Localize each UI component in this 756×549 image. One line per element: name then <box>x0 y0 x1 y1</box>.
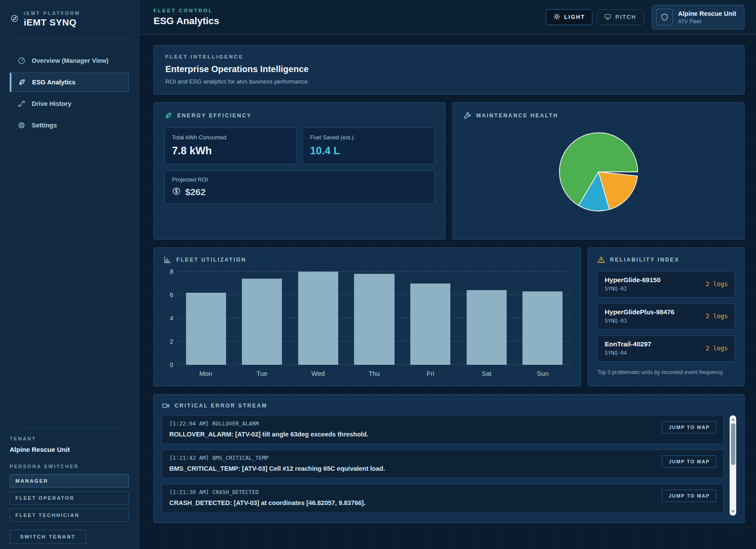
energy-stats: Total kWh Consumed7.8 kWhFuel Saved (est… <box>164 127 435 204</box>
stat-label: Projected ROI <box>172 176 427 183</box>
log-timestamp: [1:22:04 AM] ROLLOVER_ALARM <box>169 420 369 427</box>
critical-error-stream-header: CRITICAL ERROR STREAM <box>162 402 736 410</box>
x-axis-labels: MonTueWedThuFriSatSun <box>178 370 571 377</box>
maintenance-health-card: MAINTENANCE HEALTH <box>453 102 745 240</box>
fleet-utilization-card: FLEET UTILIZATION 02468 MonTueWedThuFriS… <box>153 247 581 386</box>
unit-log-count: 2 logs <box>705 280 728 287</box>
leaf-icon <box>164 112 172 120</box>
metrics-row: ENERGY EFFICIENCY Total kWh Consumed7.8 … <box>153 102 745 240</box>
x-tick-label: Mon <box>178 370 234 377</box>
jump-to-map-button[interactable]: JUMP TO MAP <box>662 455 716 468</box>
gridline <box>178 341 571 342</box>
light-button-label: LIGHT <box>564 14 585 20</box>
bar-tue <box>242 279 282 365</box>
scrollbar[interactable] <box>730 415 736 516</box>
bar-fri <box>410 284 450 365</box>
bar-mon <box>186 293 226 365</box>
page-eyebrow: FLEET CONTROL <box>153 8 219 13</box>
compass-leaf-logo-icon <box>11 15 18 24</box>
topbar: FLEET CONTROL ESG Analytics LIGHT PITCH <box>139 0 756 35</box>
sidebar-item-overview-manager-view[interactable]: Overview (Manager View) <box>10 51 129 70</box>
persona-manager[interactable]: MANAGER <box>10 474 129 487</box>
sidebar-item-drive-history[interactable]: Drive History <box>10 94 129 113</box>
gridline <box>178 364 571 365</box>
reliability-unit-eontrail-40297[interactable]: EonTrail-40297SYNQ-042 logs <box>597 335 735 362</box>
gridline <box>178 294 571 295</box>
jump-to-map-button[interactable]: JUMP TO MAP <box>662 421 716 433</box>
reliability-unit-hyperglideplus-98476[interactable]: HyperGlidePlus-98476SYNQ-032 logs <box>597 303 735 330</box>
app-root: IEMT PLATFORM iEMT SYNQ Overview (Manage… <box>0 0 756 549</box>
stat-value: 10.4 L <box>310 145 427 157</box>
unit-info: HyperGlidePlus-98476SYNQ-03 <box>605 308 674 324</box>
fleet-intelligence-eyebrow: FLEET INTELLIGENCE <box>165 54 733 59</box>
persona-switcher-label: PERSONA SWITCHER <box>10 464 129 469</box>
stat-label: Total kWh Consumed <box>172 134 289 141</box>
sidebar-bottom: TENANT Alpine Rescue Unit PERSONA SWITCH… <box>0 428 139 545</box>
pitch-mode-button[interactable]: PITCH <box>597 9 644 25</box>
presentation-icon <box>604 13 611 22</box>
sidebar-item-settings[interactable]: Settings <box>10 116 129 135</box>
stat-label: Fuel Saved (est.) <box>310 134 427 141</box>
stat-tile-fuel-saved-est: Fuel Saved (est.)10.4 L <box>303 127 435 164</box>
unit-info: EonTrail-40297SYNQ-04 <box>605 340 651 356</box>
log-timestamp: [1:21:30 AM] CRASH_DETECTED <box>169 489 365 495</box>
reliability-index-header: RELIABILITY INDEX <box>597 256 735 264</box>
fleet-intelligence-card: FLEET INTELLIGENCE Enterprise Operations… <box>153 45 745 95</box>
topbar-controls: LIGHT PITCH Alpine Rescue Unit ATV Fleet <box>546 5 745 29</box>
page-title: ESG Analytics <box>153 15 219 27</box>
log-timestamp: [1:21:42 AM] BMS_CRITICAL_TEMP <box>169 454 385 461</box>
scrollbar-up-arrow[interactable] <box>731 418 735 421</box>
x-tick-label: Thu <box>346 370 402 377</box>
sidebar-item-esg-analytics[interactable]: ESG Analytics <box>10 73 129 92</box>
y-tick-label: 2 <box>170 338 173 345</box>
bar-sat <box>467 290 507 365</box>
sidebar-item-label: ESG Analytics <box>32 79 76 86</box>
switch-tenant-button[interactable]: SWITCH TENANT <box>10 530 86 544</box>
persona-fleet-technician[interactable]: FLEET TECHNICIAN <box>10 509 129 522</box>
stat-tile-projected-roi: Projected ROI$262 <box>164 171 435 204</box>
reliability-index-title: RELIABILITY INDEX <box>610 257 679 263</box>
scrollbar-thumb[interactable] <box>731 423 735 465</box>
main-area: FLEET CONTROL ESG Analytics LIGHT PITCH <box>139 0 756 549</box>
bar-slot-sun <box>514 272 571 365</box>
persona-fleet-operator[interactable]: FLEET OPERATOR <box>10 491 129 505</box>
gear-icon <box>18 121 26 129</box>
app-name: iEMT SYNQ <box>24 17 80 28</box>
reliability-unit-hyperglide-69150[interactable]: HyperGlide-69150SYNQ-022 logs <box>597 271 735 298</box>
maintenance-health-header: MAINTENANCE HEALTH <box>464 112 734 120</box>
fleet-utilization-header: FLEET UTILIZATION <box>164 256 571 264</box>
reliability-footer: Top 3 problematic units by recorded even… <box>597 369 735 375</box>
log-message: BMS_CRITICAL_TEMP: [ATV-03] Cell #12 rea… <box>169 465 385 472</box>
unit-info: HyperGlide-69150SYNQ-02 <box>605 276 661 292</box>
fleet-intelligence-subtitle: ROI and ESG analytics for atvs business … <box>165 78 733 85</box>
log-entry-text: [1:21:30 AM] CRASH_DETECTEDCRASH_DETECTE… <box>169 489 365 506</box>
critical-error-stream-card: CRITICAL ERROR STREAM [1:22:04 AM] ROLLO… <box>153 394 745 523</box>
jump-to-map-button[interactable]: JUMP TO MAP <box>662 490 716 502</box>
unit-log-count: 2 logs <box>705 345 728 352</box>
x-tick-label: Sun <box>515 370 571 377</box>
fleet-utilization-title: FLEET UTILIZATION <box>176 257 246 263</box>
energy-efficiency-header: ENERGY EFFICIENCY <box>164 112 435 120</box>
warning-triangle-icon <box>597 256 605 264</box>
charts-row: FLEET UTILIZATION 02468 MonTueWedThuFriS… <box>153 247 745 386</box>
route-icon <box>18 100 26 108</box>
y-tick-label: 6 <box>170 291 173 298</box>
energy-efficiency-title: ENERGY EFFICIENCY <box>177 113 252 119</box>
plot-area <box>178 272 571 365</box>
sidebar-divider <box>20 428 118 428</box>
sidebar-nav: Overview (Manager View)ESG AnalyticsDriv… <box>0 51 139 135</box>
sun-icon <box>553 13 560 22</box>
bar-slot-sat <box>458 272 515 365</box>
y-tick-label: 8 <box>170 268 173 275</box>
log-entry-text: [1:22:04 AM] ROLLOVER_ALARMROLLOVER_ALAR… <box>169 420 369 438</box>
reliability-index-card: RELIABILITY INDEX HyperGlide-69150SYNQ-0… <box>588 247 745 386</box>
tenant-chip[interactable]: Alpine Rescue Unit ATV Fleet <box>652 5 745 29</box>
eco-leaf-icon <box>18 78 26 86</box>
unit-name: EonTrail-40297 <box>605 340 651 348</box>
tenant-name: Alpine Rescue Unit <box>10 446 129 453</box>
light-theme-button[interactable]: LIGHT <box>546 9 593 25</box>
y-axis: 02468 <box>164 272 178 365</box>
bar-slot-wed <box>290 272 346 365</box>
scrollbar-down-arrow[interactable] <box>731 510 735 513</box>
bar-slot-thu <box>346 272 402 365</box>
